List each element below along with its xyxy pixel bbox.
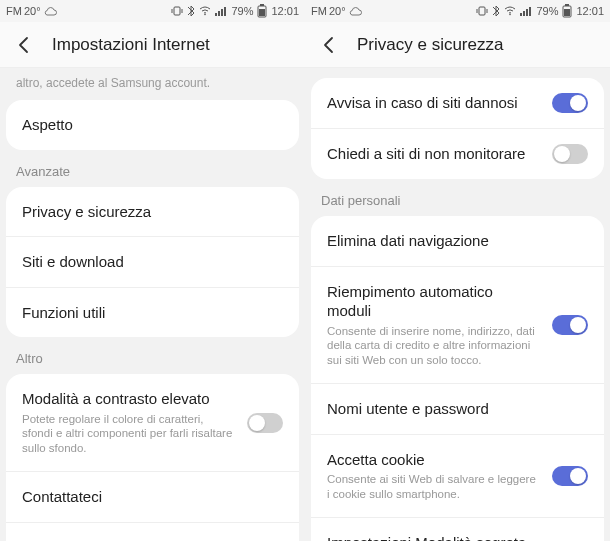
item-clear-browsing-data[interactable]: Elimina dati navigazione bbox=[311, 216, 604, 267]
back-icon[interactable] bbox=[319, 35, 339, 55]
status-battery-pct: 79% bbox=[536, 5, 558, 17]
back-icon[interactable] bbox=[14, 35, 34, 55]
item-label: Elimina dati navigazione bbox=[327, 231, 588, 251]
svg-point-3 bbox=[205, 14, 207, 16]
battery-icon bbox=[257, 4, 267, 18]
item-contact-us[interactable]: Contattateci bbox=[6, 472, 299, 523]
item-accept-cookies[interactable]: Accetta cookie Consente ai siti Web di s… bbox=[311, 435, 604, 518]
item-label: Nomi utente e password bbox=[327, 399, 588, 419]
group-personal-data: Elimina dati navigazione Riempimento aut… bbox=[311, 216, 604, 541]
item-label: Privacy e sicurezza bbox=[22, 202, 283, 222]
item-label: Aspetto bbox=[22, 115, 283, 135]
group-security: Avvisa in caso di siti dannosi Chiedi a … bbox=[311, 78, 604, 179]
svg-rect-0 bbox=[174, 7, 180, 15]
group-general: Aspetto bbox=[6, 100, 299, 150]
item-usernames-passwords[interactable]: Nomi utente e password bbox=[311, 384, 604, 435]
status-weather: 20° bbox=[24, 5, 41, 17]
svg-rect-5 bbox=[218, 11, 220, 16]
status-time: 12:01 bbox=[271, 5, 299, 17]
bluetooth-icon bbox=[492, 5, 500, 17]
svg-rect-16 bbox=[523, 11, 525, 16]
group-advanced: Privacy e sicurezza Siti e download Funz… bbox=[6, 187, 299, 338]
section-personal-data: Dati personali bbox=[305, 179, 610, 216]
status-time: 12:01 bbox=[576, 5, 604, 17]
item-label: Impostazioni Modalità segreta bbox=[327, 533, 588, 541]
item-do-not-track[interactable]: Chiedi a siti di non monitorare bbox=[311, 129, 604, 179]
group-other: Modalità a contrasto elevato Potete rego… bbox=[6, 374, 299, 541]
item-label: Siti e download bbox=[22, 252, 283, 272]
item-sub: Potete regolare il colore di caratteri, … bbox=[22, 412, 235, 457]
settings-scroll[interactable]: altro, accedete al Samsung account. Aspe… bbox=[0, 68, 305, 541]
item-sub: Consente ai siti Web di salvare e legger… bbox=[327, 472, 540, 502]
item-label: Contattateci bbox=[22, 487, 283, 507]
item-sub: Consente di inserire nome, indirizzo, da… bbox=[327, 324, 540, 369]
dangerous-sites-toggle[interactable] bbox=[552, 93, 588, 113]
privacy-scroll[interactable]: Avvisa in caso di siti dannosi Chiedi a … bbox=[305, 68, 610, 541]
item-label: Chiedi a siti di non monitorare bbox=[327, 144, 540, 164]
svg-rect-6 bbox=[221, 9, 223, 16]
do-not-track-toggle[interactable] bbox=[552, 144, 588, 164]
status-fm: FM bbox=[311, 5, 327, 17]
screen-privacy-security: FM 20° 79% 12:01 bbox=[305, 0, 610, 541]
section-other: Altro bbox=[0, 337, 305, 374]
autofill-toggle[interactable] bbox=[552, 315, 588, 335]
status-bar: FM 20° 79% 12:01 bbox=[0, 0, 305, 22]
item-useful-features[interactable]: Funzioni utili bbox=[6, 288, 299, 338]
status-fm: FM bbox=[6, 5, 22, 17]
cloud-icon bbox=[348, 6, 362, 16]
item-about[interactable]: Informazioni su Internet Samsung bbox=[6, 523, 299, 541]
item-label: Avvisa in caso di siti dannosi bbox=[327, 93, 540, 113]
item-autofill[interactable]: Riempimento automatico moduli Consente d… bbox=[311, 267, 604, 385]
page-title: Privacy e sicurezza bbox=[357, 35, 503, 55]
status-bar: FM 20° 79% 12:01 bbox=[305, 0, 610, 22]
svg-point-14 bbox=[510, 14, 512, 16]
battery-icon bbox=[562, 4, 572, 18]
status-weather: 20° bbox=[329, 5, 346, 17]
signal-icon bbox=[215, 6, 227, 16]
page-title: Impostazioni Internet bbox=[52, 35, 210, 55]
header: Privacy e sicurezza bbox=[305, 22, 610, 68]
wifi-icon bbox=[504, 6, 516, 16]
cloud-icon bbox=[43, 6, 57, 16]
vibrate-icon bbox=[476, 5, 488, 17]
wifi-icon bbox=[199, 6, 211, 16]
item-secret-mode-settings[interactable]: Impostazioni Modalità segreta bbox=[311, 518, 604, 541]
bluetooth-icon bbox=[187, 5, 195, 17]
high-contrast-toggle[interactable] bbox=[247, 413, 283, 433]
svg-rect-7 bbox=[224, 7, 226, 16]
item-label: Funzioni utili bbox=[22, 303, 283, 323]
vibrate-icon bbox=[171, 5, 183, 17]
item-high-contrast[interactable]: Modalità a contrasto elevato Potete rego… bbox=[6, 374, 299, 472]
svg-rect-15 bbox=[520, 13, 522, 16]
svg-rect-21 bbox=[564, 9, 570, 16]
header: Impostazioni Internet bbox=[0, 22, 305, 68]
item-label: Riempimento automatico moduli bbox=[327, 282, 540, 321]
svg-rect-4 bbox=[215, 13, 217, 16]
item-appearance[interactable]: Aspetto bbox=[6, 100, 299, 150]
item-label: Accetta cookie bbox=[327, 450, 540, 470]
svg-rect-9 bbox=[260, 4, 264, 6]
svg-rect-11 bbox=[479, 7, 485, 15]
section-advanced: Avanzate bbox=[0, 150, 305, 187]
accept-cookies-toggle[interactable] bbox=[552, 466, 588, 486]
svg-rect-20 bbox=[565, 4, 569, 6]
svg-rect-10 bbox=[259, 9, 265, 16]
status-battery-pct: 79% bbox=[231, 5, 253, 17]
account-hint: altro, accedete al Samsung account. bbox=[0, 68, 305, 100]
item-label: Modalità a contrasto elevato bbox=[22, 389, 235, 409]
signal-icon bbox=[520, 6, 532, 16]
screen-internet-settings: FM 20° 79% 12:01 bbox=[0, 0, 305, 541]
svg-rect-17 bbox=[526, 9, 528, 16]
item-dangerous-sites[interactable]: Avvisa in caso di siti dannosi bbox=[311, 78, 604, 129]
svg-rect-18 bbox=[529, 7, 531, 16]
item-sites-downloads[interactable]: Siti e download bbox=[6, 237, 299, 288]
item-privacy-security[interactable]: Privacy e sicurezza bbox=[6, 187, 299, 238]
